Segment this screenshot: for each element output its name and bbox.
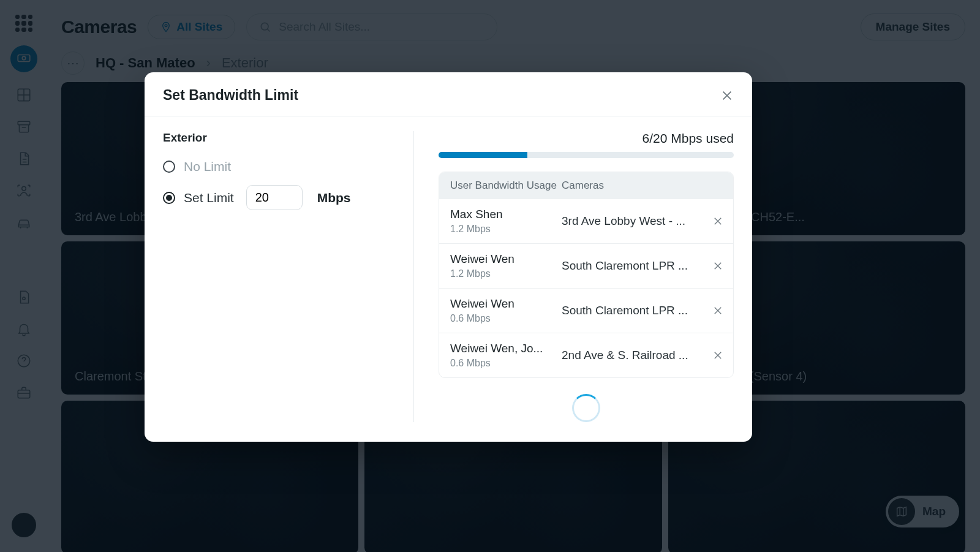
table-row: Weiwei Wen0.6 MbpsSouth Claremont LPR ..…: [439, 288, 733, 333]
modal-section-label: Exterior: [163, 131, 395, 145]
usage-text: 6/20 Mbps used: [643, 131, 734, 146]
limit-input[interactable]: [246, 185, 303, 210]
modal-left-column: Exterior No Limit Set Limit Mbps: [163, 131, 414, 422]
user-name: Max Shen: [450, 208, 562, 221]
table-row: Max Shen1.2 Mbps3rd Ave Lobby West - ...: [439, 199, 733, 243]
cell-user: Max Shen1.2 Mbps: [439, 208, 562, 235]
user-name: Weiwei Wen, Jo...: [450, 342, 562, 355]
user-rate: 1.2 Mbps: [450, 224, 562, 235]
table-row: Weiwei Wen1.2 MbpsSouth Claremont LPR ..…: [439, 243, 733, 288]
row-remove-icon[interactable]: [703, 260, 733, 271]
row-remove-icon[interactable]: [703, 350, 733, 361]
cell-user: Weiwei Wen1.2 Mbps: [439, 252, 562, 279]
limit-unit: Mbps: [317, 191, 351, 205]
radio-no-limit[interactable]: No Limit: [163, 159, 395, 174]
table-header: User Bandwidth Usage Cameras: [439, 172, 733, 199]
loading-spinner-icon: [572, 394, 600, 422]
cell-camera: 2nd Ave & S. Railroad ...: [562, 349, 703, 362]
cell-camera: South Claremont LPR ...: [562, 304, 703, 317]
row-remove-icon[interactable]: [703, 305, 733, 316]
th-user: User Bandwidth Usage: [439, 180, 562, 192]
usage-progress: [439, 152, 734, 158]
user-rate: 0.6 Mbps: [450, 313, 562, 324]
usage-table: User Bandwidth Usage Cameras Max Shen1.2…: [439, 172, 734, 378]
close-icon[interactable]: [720, 89, 734, 102]
row-remove-icon[interactable]: [703, 216, 733, 227]
cell-user: Weiwei Wen, Jo...0.6 Mbps: [439, 342, 562, 369]
modal-title: Set Bandwidth Limit: [163, 87, 298, 104]
loading-spinner-wrap: [439, 378, 734, 422]
cell-camera: 3rd Ave Lobby West - ...: [562, 214, 703, 228]
user-name: Weiwei Wen: [450, 252, 562, 266]
user-rate: 0.6 Mbps: [450, 358, 562, 369]
radio-set-limit-label: Set Limit: [184, 191, 234, 205]
radio-set-limit[interactable]: Set Limit Mbps: [163, 185, 395, 210]
radio-icon: [163, 161, 175, 173]
radio-no-limit-label: No Limit: [184, 159, 231, 174]
user-name: Weiwei Wen: [450, 297, 562, 311]
radio-icon: [163, 192, 175, 204]
th-cameras: Cameras: [562, 180, 733, 192]
cell-user: Weiwei Wen0.6 Mbps: [439, 297, 562, 324]
table-row: Weiwei Wen, Jo...0.6 Mbps2nd Ave & S. Ra…: [439, 333, 733, 377]
cell-camera: South Claremont LPR ...: [562, 259, 703, 273]
usage-progress-fill: [439, 152, 527, 158]
modal-right-column: 6/20 Mbps used User Bandwidth Usage Came…: [414, 131, 734, 422]
bandwidth-modal: Set Bandwidth Limit Exterior No Limit Se…: [145, 72, 752, 442]
user-rate: 1.2 Mbps: [450, 268, 562, 279]
